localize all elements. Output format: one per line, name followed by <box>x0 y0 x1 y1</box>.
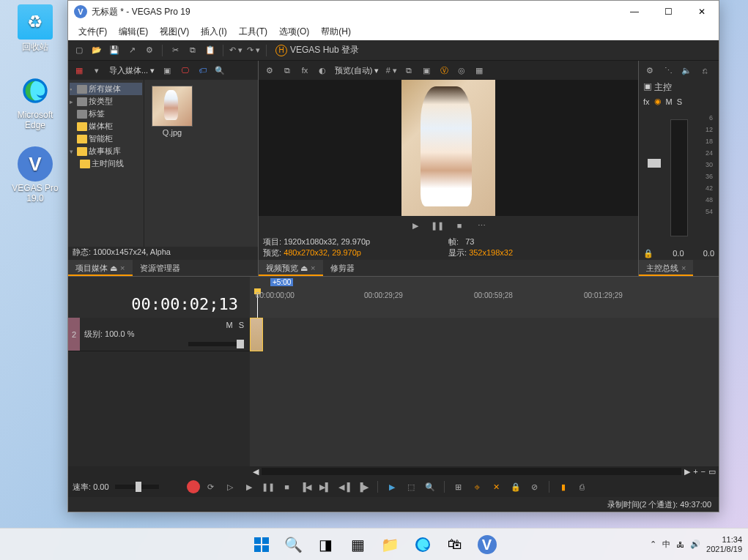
desktop-recycle-bin[interactable]: 回收站 <box>7 4 63 53</box>
scroll-right-icon[interactable]: ▶ <box>684 467 690 477</box>
select-tool-icon[interactable]: ⬚ <box>403 479 419 495</box>
h-scrollbar[interactable] <box>262 468 681 475</box>
marker[interactable]: +5:00 <box>270 278 293 286</box>
more-icon[interactable]: ⋯ <box>473 217 489 234</box>
paste-icon[interactable]: 📋 <box>202 42 218 59</box>
pause-icon[interactable]: ❚❚ <box>429 217 445 234</box>
remove-icon[interactable]: ▦ <box>71 62 87 78</box>
widgets-button[interactable]: ▦ <box>344 530 373 559</box>
video-clip[interactable] <box>250 318 263 351</box>
master-props-icon[interactable]: ⚙ <box>642 62 658 78</box>
loop-icon[interactable]: ⟳ <box>203 479 219 495</box>
pause-button[interactable]: ❚❚ <box>260 479 276 495</box>
master-fx[interactable]: fx <box>643 97 650 106</box>
vegas-taskbar[interactable]: V <box>473 530 502 559</box>
menu-help[interactable]: 帮助(H) <box>315 23 357 40</box>
capture-icon[interactable]: ▣ <box>159 62 175 78</box>
titlebar[interactable]: V 无标题 * - VEGAS Pro 19 ― ☐ ✕ <box>68 1 719 23</box>
hub-login[interactable]: H VEGAS Hub 登录 <box>271 44 363 56</box>
tab-project-media[interactable]: 项目媒体 ⏏× <box>68 260 133 276</box>
dim-icon[interactable]: 🔈 <box>678 62 695 78</box>
marker-tool-icon[interactable]: ▮ <box>555 479 571 495</box>
close-tab-icon[interactable]: × <box>311 264 315 272</box>
tree-tags[interactable]: 标签 <box>70 108 142 120</box>
pin-icon[interactable]: ⏏ <box>110 264 117 272</box>
properties-icon[interactable]: ⚙ <box>141 42 158 59</box>
time-ruler[interactable]: 00:00:00;00 00:00:29;29 00:00:59;28 00:0… <box>250 291 719 318</box>
go-start-icon[interactable]: ▐◀ <box>298 479 314 495</box>
menu-file[interactable]: 文件(F) <box>73 23 113 40</box>
tree-by-type[interactable]: ▸按类型 <box>70 95 142 108</box>
search-icon[interactable]: 🔍 <box>212 62 228 78</box>
prev-props-icon[interactable]: ⚙ <box>262 62 278 78</box>
lock-icon[interactable]: 🔒 <box>643 249 653 258</box>
tab-video-preview[interactable]: 视频预览 ⏏× <box>259 260 323 276</box>
snapshot-icon[interactable]: ▣ <box>418 62 434 78</box>
master-mute[interactable]: M <box>666 97 673 106</box>
play-icon[interactable]: ▶ <box>407 217 423 234</box>
desktop-edge[interactable]: Microsoft Edge <box>7 73 63 130</box>
cut-icon[interactable]: ✂ <box>167 42 183 59</box>
track-lanes[interactable] <box>250 318 719 466</box>
tree-bins[interactable]: 媒体柜 <box>70 120 142 132</box>
minimize-button[interactable]: ― <box>618 1 651 23</box>
menu-view[interactable]: 视图(V) <box>154 23 195 40</box>
stop-button[interactable]: ■ <box>279 479 295 495</box>
pin-icon[interactable]: ⏏ <box>300 264 308 272</box>
downmix-icon[interactable]: ⋱ <box>660 62 676 78</box>
close-tab-icon[interactable]: × <box>681 264 686 272</box>
undo-icon[interactable]: ↶ ▾ <box>228 42 244 59</box>
open-icon[interactable]: 📂 <box>89 42 105 59</box>
save-icon[interactable]: 💾 <box>106 42 122 59</box>
stop-icon[interactable]: ■ <box>451 217 467 234</box>
new-icon[interactable]: ▢ <box>71 42 87 59</box>
network-icon[interactable]: 🖧 <box>676 540 684 549</box>
ignore-icon[interactable]: ⊘ <box>527 479 543 495</box>
go-end-icon[interactable]: ▶▌ <box>317 479 333 495</box>
tray-chevron-icon[interactable]: ⌃ <box>650 540 656 549</box>
screen-icon[interactable]: 🖵 <box>177 62 193 78</box>
tree-all-media[interactable]: ▪所有媒体 <box>70 83 142 95</box>
media-thumb[interactable]: Q.jpg <box>150 86 194 137</box>
timecode-display[interactable]: 00:00:02;13 <box>68 291 250 318</box>
close-button[interactable]: ✕ <box>685 1 719 23</box>
overlay-icon[interactable]: ⧉ <box>401 62 417 78</box>
snap-icon[interactable]: ⊞ <box>451 479 467 495</box>
marker-row[interactable]: +5:00 <box>250 277 719 291</box>
maximize-button[interactable]: ☐ <box>651 1 685 23</box>
menu-options[interactable]: 选项(O) <box>273 23 315 40</box>
scroll-left-icon[interactable]: ◀ <box>253 467 259 477</box>
fx-icon[interactable]: fx <box>297 62 313 78</box>
ripple-icon[interactable]: ⎆ <box>470 479 486 495</box>
volume-icon[interactable]: 🔊 <box>690 540 700 549</box>
tab-master-bus[interactable]: 主控总线× <box>639 260 693 276</box>
import-media-button[interactable]: 导入媒体... ▾ <box>106 65 158 76</box>
preview-viewport[interactable] <box>259 80 638 216</box>
start-button[interactable] <box>247 530 276 559</box>
redo-icon[interactable]: ↷ ▾ <box>245 42 262 59</box>
split-icon[interactable]: ◐ <box>314 62 330 78</box>
ime-indicator[interactable]: 中 <box>662 539 670 550</box>
search-button[interactable]: 🔍 <box>279 530 308 559</box>
explorer-button[interactable]: 📁 <box>376 530 405 559</box>
store-button[interactable]: 🛍 <box>440 530 470 559</box>
tree-smart[interactable]: 智能柜 <box>70 132 142 145</box>
copy-icon[interactable]: ⧉ <box>185 42 201 59</box>
auto-crossfade-icon[interactable]: ✕ <box>489 479 505 495</box>
track-solo[interactable]: S <box>239 321 244 329</box>
ext-preview-icon[interactable]: ⧉ <box>279 62 295 78</box>
close-tab-icon[interactable]: × <box>120 264 125 272</box>
preview-quality[interactable]: 预览(自动) ▾ <box>332 65 382 76</box>
track-mute[interactable]: M <box>226 321 232 329</box>
master-auto-icon[interactable]: ◉ <box>654 97 662 106</box>
menu-tools[interactable]: 工具(T) <box>233 23 273 40</box>
tag-icon[interactable]: 🏷 <box>194 62 210 78</box>
record-button[interactable] <box>187 480 200 493</box>
v-icon[interactable]: Ⓥ <box>436 62 452 78</box>
grid-icon[interactable]: # ▾ <box>383 62 399 78</box>
desktop-vegas[interactable]: VVEGAS Pro 19.0 <box>7 146 63 204</box>
edge-button[interactable] <box>408 530 437 559</box>
master-solo[interactable]: S <box>677 97 682 106</box>
lock-env-icon[interactable]: 🔒 <box>508 479 524 495</box>
views-icon[interactable]: ▾ <box>89 62 105 78</box>
